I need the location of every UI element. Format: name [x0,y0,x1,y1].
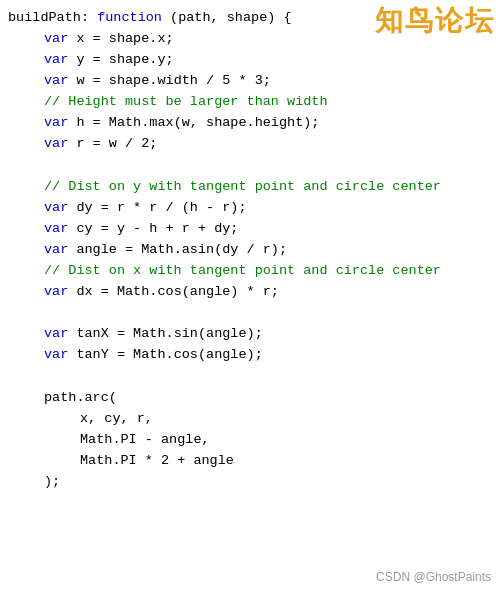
keyword: var [44,198,68,219]
code-text: w = shape.width / 5 * 3; [68,71,271,92]
code-line: var dy = r * r / (h - r); [8,198,503,219]
code-line: // Dist on x with tangent point and circ… [8,261,503,282]
code-line: ); [8,472,503,493]
code-line: Math.PI * 2 + angle [8,451,503,472]
comment: // Dist on x with tangent point and circ… [44,261,441,282]
code-text: ); [44,472,60,493]
code-text: h = Math.max(w, shape.height); [68,113,319,134]
keyword: var [44,282,68,303]
code-line: var dx = Math.cos(angle) * r; [8,282,503,303]
code-text: y = shape.y; [68,50,173,71]
comment: // Height must be larger than width [44,92,328,113]
code-text: dy = r * r / (h - r); [68,198,246,219]
watermark: 知鸟论坛 [375,2,495,40]
code-line: // Height must be larger than width [8,92,503,113]
code-text: dx = Math.cos(angle) * r; [68,282,279,303]
code-line: var cy = y - h + r + dy; [8,219,503,240]
code-line: x, cy, r, [8,409,503,430]
code-line: Math.PI - angle, [8,430,503,451]
code-line [8,303,503,325]
code-line: var tanX = Math.sin(angle); [8,324,503,345]
keyword: var [44,113,68,134]
code-text: buildPath: [8,8,97,29]
keyword: function [97,8,162,29]
csdn-credit: CSDN @GhostPaints [376,570,491,584]
code-text: path.arc( [44,388,117,409]
keyword: var [44,324,68,345]
code-line: var w = shape.width / 5 * 3; [8,71,503,92]
keyword: var [44,29,68,50]
code-line: var angle = Math.asin(dy / r); [8,240,503,261]
code-text: x, cy, r, [80,409,153,430]
code-text: Math.PI - angle, [80,430,210,451]
code-line: var y = shape.y; [8,50,503,71]
keyword: var [44,71,68,92]
code-line: path.arc( [8,388,503,409]
keyword: var [44,219,68,240]
code-text: angle = Math.asin(dy / r); [68,240,287,261]
code-text: Math.PI * 2 + angle [80,451,234,472]
code-text: tanX = Math.sin(angle); [68,324,262,345]
code-text: tanY = Math.cos(angle); [68,345,262,366]
keyword: var [44,240,68,261]
code-text: cy = y - h + r + dy; [68,219,238,240]
code-container: 知鸟论坛 buildPath: function (path, shape) {… [0,0,503,592]
code-text: (path, shape) { [162,8,292,29]
code-text: r = w / 2; [68,134,157,155]
code-line: var tanY = Math.cos(angle); [8,345,503,366]
code-line [8,155,503,177]
code-line: var r = w / 2; [8,134,503,155]
keyword: var [44,345,68,366]
code-text: x = shape.x; [68,29,173,50]
keyword: var [44,134,68,155]
code-line [8,366,503,388]
comment: // Dist on y with tangent point and circ… [44,177,441,198]
code-line: // Dist on y with tangent point and circ… [8,177,503,198]
keyword: var [44,50,68,71]
code-line: var h = Math.max(w, shape.height); [8,113,503,134]
